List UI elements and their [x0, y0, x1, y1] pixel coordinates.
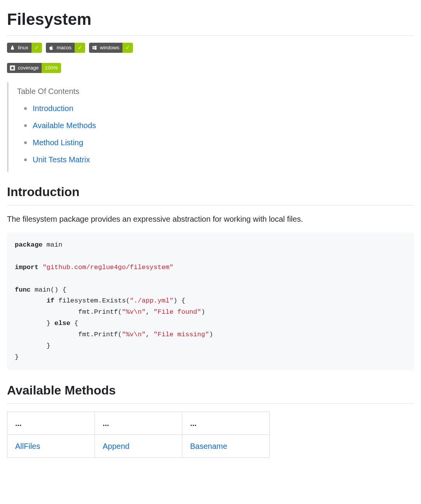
linux-icon [9, 45, 16, 51]
badge-macos-value: ✓ [75, 43, 85, 53]
badge-row-coverage: coverage 100% [7, 63, 414, 73]
table-header: ... [7, 412, 95, 434]
table-header: ... [95, 412, 182, 434]
badge-coverage-value: 100% [42, 63, 61, 73]
method-link-basename[interactable]: Basename [190, 442, 227, 450]
table-header: ... [182, 412, 270, 434]
badge-windows: windows ✓ [89, 43, 133, 53]
badge-linux-value: ✓ [31, 43, 42, 53]
badge-row-platforms: linux ✓ macos ✓ windows ✓ [7, 43, 414, 53]
windows-icon [91, 45, 98, 51]
badge-windows-label: windows [100, 44, 119, 52]
toc-link-introduction[interactable]: Introduction [33, 104, 73, 113]
method-link-allfiles[interactable]: AllFiles [15, 442, 40, 450]
code-example: package main import "github.com/reglue4g… [7, 233, 414, 370]
table-header-row: ... ... ... [7, 412, 270, 434]
heading-available-methods: Available Methods [7, 381, 414, 404]
badge-coverage-label: coverage [18, 64, 38, 72]
page-title: Filesystem [7, 7, 414, 36]
toc-link-available-methods[interactable]: Available Methods [33, 121, 96, 130]
toc-title: Table Of Contents [17, 85, 414, 97]
badge-coverage: coverage 100% [7, 63, 61, 73]
introduction-body: The filesystem package provides an expre… [7, 213, 414, 225]
table-of-contents: Table Of Contents Introduction Available… [7, 82, 414, 172]
star-icon [9, 65, 16, 71]
table-row: AllFiles Append Basename [7, 434, 270, 457]
badge-windows-value: ✓ [122, 43, 133, 53]
heading-introduction: Introduction [7, 182, 414, 205]
methods-table: ... ... ... AllFiles Append Basename [7, 412, 270, 458]
toc-link-method-listing[interactable]: Method Listing [33, 138, 83, 147]
method-link-append[interactable]: Append [103, 442, 129, 450]
badge-linux-label: linux [18, 44, 28, 52]
badge-macos-label: macos [57, 44, 72, 52]
badge-linux: linux ✓ [7, 43, 42, 53]
badge-macos: macos ✓ [46, 43, 85, 53]
toc-link-unit-tests-matrix[interactable]: Unit Tests Matrix [33, 155, 90, 164]
apple-icon [48, 45, 54, 51]
